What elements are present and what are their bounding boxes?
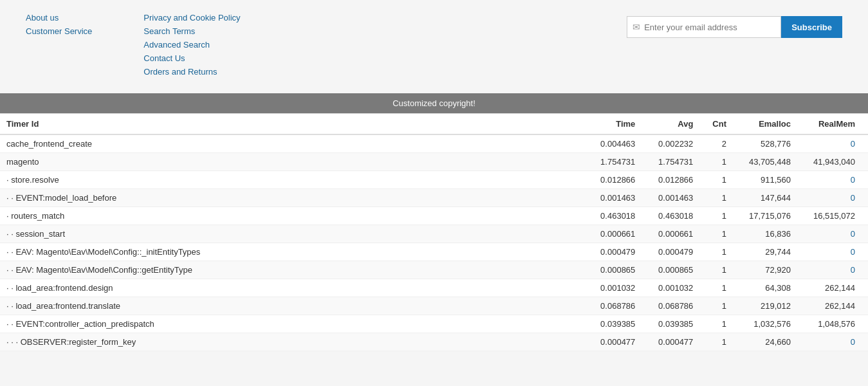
cell-time: 0.039385 [590,315,648,333]
cell-cnt: 1 [706,333,739,351]
cell-cnt: 1 [706,225,739,243]
cell-time: 0.012866 [590,171,648,189]
cell-time: 1.754731 [590,153,648,171]
cell-realmem[interactable]: 0 [804,225,868,243]
cell-emalloc: 17,715,076 [739,207,804,225]
cell-avg: 0.001463 [648,189,706,207]
cell-realmem[interactable]: 0 [804,189,868,207]
copyright-bar: Customized copyright! [0,93,868,113]
table-row: · · load_area:frontend.translate0.068786… [0,297,868,315]
cell-avg: 0.068786 [648,297,706,315]
newsletter-form: ✉ Subscribe [627,16,842,38]
newsletter-section: ✉ Subscribe [627,13,868,38]
cell-time: 0.001032 [590,279,648,297]
cell-time: 0.463018 [590,207,648,225]
col-header-emalloc: Emalloc [739,114,804,135]
cell-realmem: 262,144 [804,297,868,315]
cell-emalloc: 219,012 [739,297,804,315]
cell-cnt: 1 [706,261,739,279]
cell-emalloc: 72,920 [739,261,804,279]
table-row: · · EAV: Magento\Eav\Model\Config::_init… [0,243,868,261]
cell-timer-id: · store.resolve [0,171,590,189]
cell-realmem[interactable]: 0 [804,261,868,279]
subscribe-button[interactable]: Subscribe [781,16,842,38]
cell-avg: 0.012866 [648,171,706,189]
table-row: · · EAV: Magento\Eav\Model\Config::getEn… [0,261,868,279]
orders-returns-link[interactable]: Orders and Returns [143,67,240,77]
cell-time: 0.001463 [590,189,648,207]
cell-timer-id: · · load_area:frontend.translate [0,297,590,315]
cell-cnt: 1 [706,243,739,261]
cell-emalloc: 911,560 [739,171,804,189]
cell-timer-id: · · EAV: Magento\Eav\Model\Config::getEn… [0,261,590,279]
table-body: cache_frontend_create0.0044630.002232252… [0,134,868,351]
email-input[interactable] [644,23,775,32]
cell-cnt: 1 [706,153,739,171]
profiler-table-area: Timer Id Time Avg Cnt Emalloc RealMem ca… [0,113,868,351]
cell-cnt: 2 [706,134,739,153]
cell-realmem[interactable]: 0 [804,243,868,261]
cell-emalloc: 528,776 [739,134,804,153]
cell-avg: 0.002232 [648,134,706,153]
realmem-link[interactable]: 0 [851,337,855,347]
search-terms-link[interactable]: Search Terms [143,26,240,36]
contact-us-link[interactable]: Contact Us [143,53,240,63]
cell-time: 0.000477 [590,333,648,351]
cell-realmem[interactable]: 0 [804,171,868,189]
cell-avg: 0.000865 [648,261,706,279]
col-header-avg: Avg [648,114,706,135]
realmem-link[interactable]: 0 [851,229,855,239]
cell-avg: 1.754731 [648,153,706,171]
cell-cnt: 1 [706,279,739,297]
cell-avg: 0.001032 [648,279,706,297]
cell-emalloc: 147,644 [739,189,804,207]
table-row: cache_frontend_create0.0044630.002232252… [0,134,868,153]
cell-timer-id: · · · OBSERVER:register_form_key [0,333,590,351]
cell-realmem[interactable]: 0 [804,333,868,351]
cell-avg: 0.463018 [648,207,706,225]
col-header-realmem: RealMem [804,114,868,135]
cell-timer-id: magento [0,153,590,171]
table-row: · · load_area:frontend.design0.0010320.0… [0,279,868,297]
cell-time: 0.068786 [590,297,648,315]
cell-cnt: 1 [706,297,739,315]
email-input-wrapper: ✉ [627,16,781,38]
realmem-link[interactable]: 0 [851,139,855,149]
table-header-row: Timer Id Time Avg Cnt Emalloc RealMem [0,114,868,135]
cell-emalloc: 43,705,448 [739,153,804,171]
cell-avg: 0.000477 [648,333,706,351]
realmem-link[interactable]: 0 [851,247,855,257]
cell-cnt: 1 [706,315,739,333]
cell-cnt: 1 [706,189,739,207]
realmem-link[interactable]: 0 [851,193,855,203]
realmem-link[interactable]: 0 [851,175,855,185]
advanced-search-link[interactable]: Advanced Search [143,40,240,50]
cell-realmem: 1,048,576 [804,315,868,333]
cell-avg: 0.000479 [648,243,706,261]
cell-avg: 0.039385 [648,315,706,333]
cell-timer-id: cache_frontend_create [0,134,590,153]
cell-time: 0.004463 [590,134,648,153]
table-row: · · EVENT:model_load_before0.0014630.001… [0,189,868,207]
profiler-table: Timer Id Time Avg Cnt Emalloc RealMem ca… [0,113,868,351]
cell-time: 0.000865 [590,261,648,279]
col-header-cnt: Cnt [706,114,739,135]
col-header-time: Time [590,114,648,135]
cell-realmem[interactable]: 0 [804,134,868,153]
customer-service-link[interactable]: Customer Service [26,26,92,36]
cell-time: 0.000479 [590,243,648,261]
about-us-link[interactable]: About us [26,13,92,23]
realmem-link[interactable]: 0 [851,265,855,275]
cell-timer-id: · · EVENT:model_load_before [0,189,590,207]
cell-realmem: 16,515,072 [804,207,868,225]
footer-col1: About us Customer Service [0,13,118,40]
table-row: · · · OBSERVER:register_form_key0.000477… [0,333,868,351]
cell-timer-id: · · EAV: Magento\Eav\Model\Config::_init… [0,243,590,261]
copyright-text: Customized copyright! [392,98,476,108]
cell-emalloc: 29,744 [739,243,804,261]
table-row: · store.resolve0.0128660.0128661911,5600 [0,171,868,189]
cell-timer-id: · · session_start [0,225,590,243]
privacy-link[interactable]: Privacy and Cookie Policy [143,13,240,23]
cell-emalloc: 16,836 [739,225,804,243]
email-icon: ✉ [633,22,640,32]
